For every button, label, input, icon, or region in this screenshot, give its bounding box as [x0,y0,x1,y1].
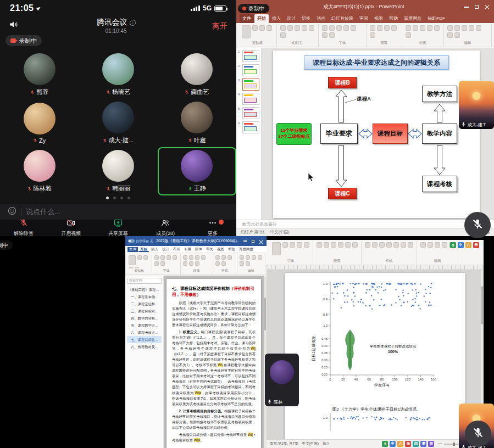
ribbon-tab-2[interactable]: 插入 [269,14,284,23]
ribbon-button[interactable] [365,242,370,248]
ribbon-button[interactable] [272,242,281,255]
ribbon-button[interactable] [322,32,328,38]
ribbon-button[interactable] [173,255,177,260]
word-title-bar[interactable]: 自动保存 关 2022版《基础工程》课程教学大纲(CLY0906续) - 兼容模… [125,236,267,246]
ribbon-button[interactable] [280,25,286,31]
ribbon-button[interactable] [345,242,351,248]
ribbon-button[interactable] [420,25,425,31]
ribbon-tab-10[interactable]: 百度网盘 [237,247,255,252]
nav-outline-item[interactable]: 一、课程基本信息(课程归属大类) [127,293,162,300]
ribbon-tab-file[interactable]: 文件 [240,14,254,23]
ribbon-button[interactable] [435,242,440,248]
close-button[interactable] [485,4,490,9]
ribbon-tab-4[interactable]: 切换 [299,14,313,23]
ribbon-button[interactable] [189,261,193,266]
ribbon-button[interactable] [476,25,481,31]
plugin-icon[interactable]: 中 [458,242,464,248]
ribbon-button[interactable] [377,25,382,31]
ribbon-button[interactable] [215,255,220,260]
page-dot[interactable] [120,197,123,199]
ribbon-button[interactable] [267,25,272,31]
nav-search-input[interactable]: 搜索文档 [127,278,162,284]
ribbon-button[interactable] [258,255,262,260]
diagram-box-course-c[interactable]: 课程C [328,188,357,199]
ribbon-button[interactable] [462,25,467,31]
ribbon-button[interactable] [252,255,256,260]
plugin-icon[interactable]: 辛 [473,242,479,248]
avatar-circle-muted-bottom[interactable] [465,421,491,447]
ribbon-tab-5[interactable]: 引用 [182,247,193,252]
diagram-green-note[interactable]: 12个毕业要求 37个二级指标点 [276,123,312,145]
plugin-icon[interactable]: 5 [450,242,456,248]
ribbon-button[interactable] [428,242,433,248]
ribbon-button[interactable] [252,25,258,31]
ribbon-tab-3[interactable]: 设计 [284,14,298,23]
ribbon-tab-2[interactable]: 插入 [149,247,160,252]
ribbon-button[interactable] [183,261,187,266]
ribbon-button[interactable] [406,25,411,31]
diagram-box-teaching-method[interactable]: 教学方法 [422,86,457,102]
ribbon-button[interactable] [386,242,392,248]
ribbon-tab-10[interactable]: 百度网盘 [401,14,424,23]
avatar-circle-muted[interactable] [464,212,491,238]
slide-thumbnail-3[interactable]: 3 [238,79,259,91]
ribbon-button[interactable] [454,25,460,31]
participant-tile[interactable]: 熊蓉 [0,51,79,99]
page-dot[interactable] [113,197,116,199]
ribbon-button[interactable] [227,255,232,260]
plugin-icon[interactable]: 事 [420,441,426,447]
figure-doc-page[interactable]: 1.00.90.81.00.450.400.350.300.250.200204… [285,273,465,439]
ribbon-button[interactable] [336,25,342,31]
ribbon-button[interactable] [329,32,335,38]
ribbon-tab-4[interactable]: 布局 [171,247,182,252]
participant-tile[interactable]: 成大-建... [79,99,157,147]
page-dot[interactable] [127,197,130,199]
ribbon-button[interactable] [434,25,440,31]
ribbon-button[interactable] [259,25,265,31]
toolbar-share-screen[interactable]: 共享屏幕 [95,220,142,236]
maximize-button[interactable] [251,239,255,243]
plugin-icon[interactable]: 八 [465,242,471,248]
minimize-button[interactable] [464,4,469,9]
ribbon-button[interactable] [280,32,286,38]
ribbon-button[interactable] [246,261,250,266]
ribbon-tab-6[interactable]: 邮件 [193,247,204,252]
participant-tile[interactable]: Zy [0,99,79,147]
ribbon-button[interactable] [246,255,250,260]
speaker-icon[interactable] [9,20,20,29]
ribbon-tab-file[interactable]: 文件 [127,247,138,252]
nav-outline-item[interactable]: 五、课程教学方法与手段 [127,322,162,329]
close-button[interactable] [259,239,263,243]
slide-thumbnail-4[interactable]: 4 [238,93,259,105]
nav-outline-item[interactable]: 四、教学内容和课程目标的关系 [127,315,162,322]
ribbon-button[interactable] [297,242,302,248]
ribbon-button[interactable] [309,25,314,31]
ribbon-button[interactable] [413,25,418,31]
video-thumbnail-chenlin[interactable]: 陈林 [265,354,299,406]
ribbon-button[interactable] [160,255,165,260]
plugin-icon[interactable]: 中 [390,441,396,447]
ribbon-button[interactable] [379,242,385,248]
zoom-out-button[interactable] [438,444,442,445]
ribbon-button[interactable] [154,261,159,266]
ribbon-button[interactable] [189,255,193,260]
ribbon-button[interactable] [420,242,426,248]
ribbon-button[interactable] [290,242,295,248]
ribbon-button[interactable] [401,242,406,248]
ribbon-button[interactable] [324,242,329,248]
ribbon-button[interactable] [322,25,328,31]
participant-tile[interactable]: 陈林雅 [0,147,79,195]
nav-outline-item[interactable]: 六、课程考核方式及评价标准 [127,329,162,336]
ribbon-tab-8[interactable]: 视图 [371,14,386,23]
page-dot[interactable] [106,197,109,199]
nav-outline-item[interactable]: 《基础工程》课程教学大纲 [127,286,162,293]
ribbon-button[interactable] [370,32,375,38]
ribbon-button[interactable] [343,25,349,31]
ribbon-button[interactable] [143,255,148,260]
toggle-icon[interactable] [128,239,135,243]
ribbon-button[interactable] [352,242,358,248]
participant-tile[interactable]: 龚曲艺 [158,51,236,99]
ribbon-button[interactable] [447,32,453,38]
slide-thumbnail-5[interactable]: 5 [238,107,259,119]
ribbon-button[interactable] [370,25,375,31]
